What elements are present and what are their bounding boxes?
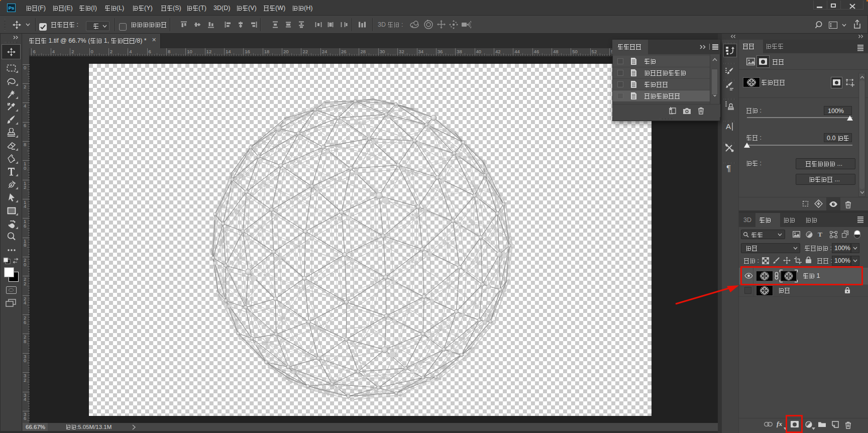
svg-text:¶: ¶ [726, 164, 731, 173]
svg-text:A: A [726, 122, 731, 131]
